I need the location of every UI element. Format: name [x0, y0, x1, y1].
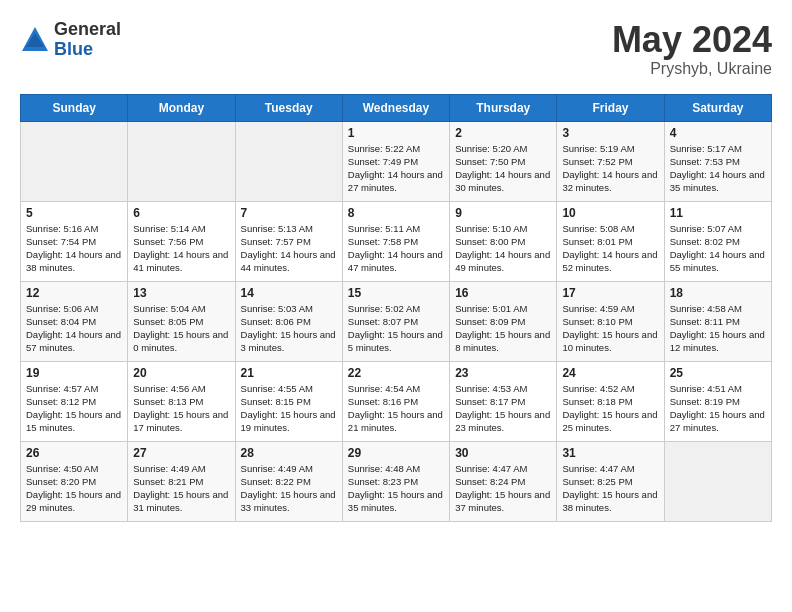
day-number: 16: [455, 286, 551, 300]
header-day: Wednesday: [342, 94, 449, 121]
day-info: Sunrise: 4:51 AMSunset: 8:19 PMDaylight:…: [670, 382, 766, 435]
calendar-week: 19Sunrise: 4:57 AMSunset: 8:12 PMDayligh…: [21, 361, 772, 441]
day-info: Sunrise: 4:50 AMSunset: 8:20 PMDaylight:…: [26, 462, 122, 515]
day-number: 20: [133, 366, 229, 380]
day-number: 28: [241, 446, 337, 460]
day-number: 2: [455, 126, 551, 140]
calendar-cell: 8Sunrise: 5:11 AMSunset: 7:58 PMDaylight…: [342, 201, 449, 281]
calendar-cell: 12Sunrise: 5:06 AMSunset: 8:04 PMDayligh…: [21, 281, 128, 361]
day-number: 18: [670, 286, 766, 300]
day-number: 21: [241, 366, 337, 380]
logo: General Blue: [20, 20, 121, 60]
calendar-subtitle: Pryshyb, Ukraine: [612, 60, 772, 78]
header-row: SundayMondayTuesdayWednesdayThursdayFrid…: [21, 94, 772, 121]
calendar-cell: 28Sunrise: 4:49 AMSunset: 8:22 PMDayligh…: [235, 441, 342, 521]
calendar-cell: 19Sunrise: 4:57 AMSunset: 8:12 PMDayligh…: [21, 361, 128, 441]
calendar-table: SundayMondayTuesdayWednesdayThursdayFrid…: [20, 94, 772, 522]
day-info: Sunrise: 5:19 AMSunset: 7:52 PMDaylight:…: [562, 142, 658, 195]
calendar-cell: 11Sunrise: 5:07 AMSunset: 8:02 PMDayligh…: [664, 201, 771, 281]
day-number: 9: [455, 206, 551, 220]
header-day: Tuesday: [235, 94, 342, 121]
calendar-cell: 26Sunrise: 4:50 AMSunset: 8:20 PMDayligh…: [21, 441, 128, 521]
calendar-cell: 16Sunrise: 5:01 AMSunset: 8:09 PMDayligh…: [450, 281, 557, 361]
header: General Blue May 2024 Pryshyb, Ukraine: [20, 20, 772, 78]
day-info: Sunrise: 4:55 AMSunset: 8:15 PMDaylight:…: [241, 382, 337, 435]
calendar-cell: 20Sunrise: 4:56 AMSunset: 8:13 PMDayligh…: [128, 361, 235, 441]
day-info: Sunrise: 5:04 AMSunset: 8:05 PMDaylight:…: [133, 302, 229, 355]
calendar-cell: 25Sunrise: 4:51 AMSunset: 8:19 PMDayligh…: [664, 361, 771, 441]
day-info: Sunrise: 5:10 AMSunset: 8:00 PMDaylight:…: [455, 222, 551, 275]
calendar-cell: 30Sunrise: 4:47 AMSunset: 8:24 PMDayligh…: [450, 441, 557, 521]
calendar-cell: 22Sunrise: 4:54 AMSunset: 8:16 PMDayligh…: [342, 361, 449, 441]
day-number: 19: [26, 366, 122, 380]
calendar-cell: [664, 441, 771, 521]
day-info: Sunrise: 5:13 AMSunset: 7:57 PMDaylight:…: [241, 222, 337, 275]
calendar-cell: 6Sunrise: 5:14 AMSunset: 7:56 PMDaylight…: [128, 201, 235, 281]
day-number: 22: [348, 366, 444, 380]
calendar-title: May 2024: [612, 20, 772, 60]
logo-blue: Blue: [54, 40, 121, 60]
day-info: Sunrise: 4:52 AMSunset: 8:18 PMDaylight:…: [562, 382, 658, 435]
calendar-body: 1Sunrise: 5:22 AMSunset: 7:49 PMDaylight…: [21, 121, 772, 521]
day-info: Sunrise: 5:17 AMSunset: 7:53 PMDaylight:…: [670, 142, 766, 195]
day-number: 13: [133, 286, 229, 300]
calendar-header: SundayMondayTuesdayWednesdayThursdayFrid…: [21, 94, 772, 121]
day-info: Sunrise: 4:58 AMSunset: 8:11 PMDaylight:…: [670, 302, 766, 355]
calendar-cell: 9Sunrise: 5:10 AMSunset: 8:00 PMDaylight…: [450, 201, 557, 281]
calendar-cell: 27Sunrise: 4:49 AMSunset: 8:21 PMDayligh…: [128, 441, 235, 521]
logo-text: General Blue: [54, 20, 121, 60]
calendar-week: 5Sunrise: 5:16 AMSunset: 7:54 PMDaylight…: [21, 201, 772, 281]
day-info: Sunrise: 5:08 AMSunset: 8:01 PMDaylight:…: [562, 222, 658, 275]
day-info: Sunrise: 5:02 AMSunset: 8:07 PMDaylight:…: [348, 302, 444, 355]
calendar-cell: 21Sunrise: 4:55 AMSunset: 8:15 PMDayligh…: [235, 361, 342, 441]
day-info: Sunrise: 4:54 AMSunset: 8:16 PMDaylight:…: [348, 382, 444, 435]
day-number: 5: [26, 206, 122, 220]
day-number: 6: [133, 206, 229, 220]
calendar-cell: 23Sunrise: 4:53 AMSunset: 8:17 PMDayligh…: [450, 361, 557, 441]
day-number: 30: [455, 446, 551, 460]
calendar-cell: [128, 121, 235, 201]
logo-general: General: [54, 20, 121, 40]
header-day: Friday: [557, 94, 664, 121]
day-info: Sunrise: 5:20 AMSunset: 7:50 PMDaylight:…: [455, 142, 551, 195]
calendar-cell: 7Sunrise: 5:13 AMSunset: 7:57 PMDaylight…: [235, 201, 342, 281]
calendar-cell: 13Sunrise: 5:04 AMSunset: 8:05 PMDayligh…: [128, 281, 235, 361]
day-number: 1: [348, 126, 444, 140]
day-number: 29: [348, 446, 444, 460]
day-info: Sunrise: 4:47 AMSunset: 8:25 PMDaylight:…: [562, 462, 658, 515]
day-info: Sunrise: 4:47 AMSunset: 8:24 PMDaylight:…: [455, 462, 551, 515]
day-number: 3: [562, 126, 658, 140]
calendar-week: 1Sunrise: 5:22 AMSunset: 7:49 PMDaylight…: [21, 121, 772, 201]
calendar-cell: 10Sunrise: 5:08 AMSunset: 8:01 PMDayligh…: [557, 201, 664, 281]
calendar-cell: 5Sunrise: 5:16 AMSunset: 7:54 PMDaylight…: [21, 201, 128, 281]
day-number: 25: [670, 366, 766, 380]
calendar-week: 26Sunrise: 4:50 AMSunset: 8:20 PMDayligh…: [21, 441, 772, 521]
calendar-cell: 2Sunrise: 5:20 AMSunset: 7:50 PMDaylight…: [450, 121, 557, 201]
day-number: 7: [241, 206, 337, 220]
calendar-cell: 4Sunrise: 5:17 AMSunset: 7:53 PMDaylight…: [664, 121, 771, 201]
calendar-cell: 18Sunrise: 4:58 AMSunset: 8:11 PMDayligh…: [664, 281, 771, 361]
day-number: 24: [562, 366, 658, 380]
day-number: 12: [26, 286, 122, 300]
day-number: 31: [562, 446, 658, 460]
calendar-cell: 3Sunrise: 5:19 AMSunset: 7:52 PMDaylight…: [557, 121, 664, 201]
day-number: 26: [26, 446, 122, 460]
day-number: 4: [670, 126, 766, 140]
day-number: 10: [562, 206, 658, 220]
day-info: Sunrise: 4:53 AMSunset: 8:17 PMDaylight:…: [455, 382, 551, 435]
day-info: Sunrise: 5:03 AMSunset: 8:06 PMDaylight:…: [241, 302, 337, 355]
day-info: Sunrise: 4:49 AMSunset: 8:21 PMDaylight:…: [133, 462, 229, 515]
day-info: Sunrise: 5:16 AMSunset: 7:54 PMDaylight:…: [26, 222, 122, 275]
day-number: 15: [348, 286, 444, 300]
day-info: Sunrise: 5:11 AMSunset: 7:58 PMDaylight:…: [348, 222, 444, 275]
day-number: 17: [562, 286, 658, 300]
calendar-cell: 29Sunrise: 4:48 AMSunset: 8:23 PMDayligh…: [342, 441, 449, 521]
calendar-cell: 31Sunrise: 4:47 AMSunset: 8:25 PMDayligh…: [557, 441, 664, 521]
calendar-cell: [21, 121, 128, 201]
header-day: Thursday: [450, 94, 557, 121]
day-number: 11: [670, 206, 766, 220]
day-info: Sunrise: 4:56 AMSunset: 8:13 PMDaylight:…: [133, 382, 229, 435]
calendar-cell: 17Sunrise: 4:59 AMSunset: 8:10 PMDayligh…: [557, 281, 664, 361]
calendar-page: General Blue May 2024 Pryshyb, Ukraine S…: [0, 0, 792, 532]
header-day: Monday: [128, 94, 235, 121]
